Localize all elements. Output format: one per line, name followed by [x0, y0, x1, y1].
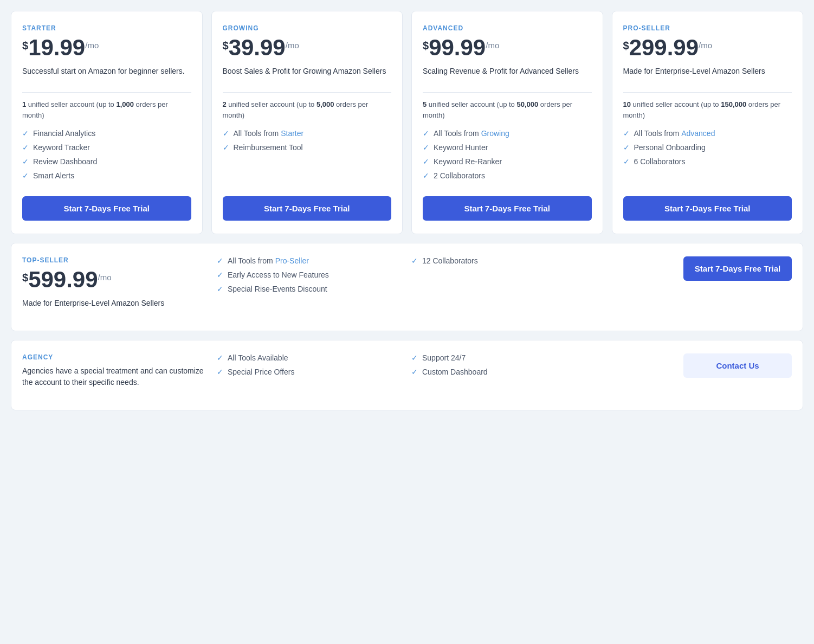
starter-plan-card: STARTER $ 19.99 /mo Successful start on …	[11, 11, 203, 234]
top-seller-trial-button[interactable]: Start 7-Days Free Trial	[683, 256, 792, 281]
starter-divider	[22, 92, 191, 93]
advanced-price: $ 99.99 /mo	[423, 36, 592, 59]
feature-all-tools-pro-seller: ✓ All Tools from Pro-Seller	[217, 256, 403, 265]
feature-text: All Tools from Advanced	[634, 129, 715, 138]
starter-features: ✓ Financial Analytics ✓ Keyword Tracker …	[22, 129, 191, 185]
feature-review-dashboard: ✓ Review Dashboard	[22, 157, 191, 166]
pro-seller-trial-button[interactable]: Start 7-Days Free Trial	[623, 196, 792, 221]
advanced-description: Scaling Revenue & Profit for Advanced Se…	[423, 66, 592, 77]
check-icon: ✓	[22, 143, 29, 152]
agency-features-list1: ✓ All Tools Available ✓ Special Price Of…	[217, 353, 403, 376]
advanced-features: ✓ All Tools from Growing ✓ Keyword Hunte…	[423, 129, 592, 185]
advanced-plan-card: ADVANCED $ 99.99 /mo Scaling Revenue & P…	[411, 11, 603, 234]
feature-text: Keyword Tracker	[33, 143, 90, 152]
growing-description: Boost Sales & Profit for Growing Amazon …	[223, 66, 392, 77]
pro-seller-plan-card: PRO-SELLER $ 299.99 /mo Made for Enterpr…	[612, 11, 804, 234]
top-seller-description: Made for Enterprise-Level Amazon Sellers	[22, 298, 208, 309]
starter-trial-button[interactable]: Start 7-Days Free Trial	[22, 196, 191, 221]
feature-text: Financial Analytics	[33, 129, 95, 138]
pro-seller-label: PRO-SELLER	[623, 24, 792, 32]
top-seller-price: $ 599.99 /mo	[22, 268, 208, 291]
growing-trial-button[interactable]: Start 7-Days Free Trial	[223, 196, 392, 221]
top-seller-features-col1: ✓ All Tools from Pro-Seller ✓ Early Acce…	[217, 256, 403, 304]
check-icon: ✓	[217, 368, 223, 376]
feature-financial-analytics: ✓ Financial Analytics	[22, 129, 191, 138]
check-icon: ✓	[22, 157, 29, 166]
feature-custom-dashboard: ✓ Custom Dashboard	[411, 368, 597, 376]
pro-seller-amount: 299.99	[629, 36, 699, 59]
growing-divider	[223, 92, 392, 93]
check-icon: ✓	[22, 171, 29, 180]
feature-support-247: ✓ Support 24/7	[411, 353, 597, 362]
advanced-dollar: $	[423, 40, 429, 52]
starter-period: /mo	[85, 41, 99, 50]
pro-seller-divider	[623, 92, 792, 93]
pro-seller-period: /mo	[699, 41, 712, 50]
check-icon: ✓	[22, 129, 29, 138]
feature-all-tools-advanced: ✓ All Tools from Advanced	[623, 129, 792, 138]
feature-keyword-re-ranker: ✓ Keyword Re-Ranker	[423, 157, 592, 166]
top-seller-label: TOP-SELLER	[22, 256, 208, 264]
advanced-amount: 99.99	[429, 36, 486, 59]
top-seller-action: Start 7-Days Free Trial	[606, 256, 792, 281]
pro-seller-dollar: $	[623, 40, 629, 52]
growing-period: /mo	[286, 41, 299, 50]
feature-text: 12 Collaborators	[422, 256, 478, 265]
pro-seller-price: $ 299.99 /mo	[623, 36, 792, 59]
feature-text: Smart Alerts	[33, 171, 74, 180]
agency-contact-button[interactable]: Contact Us	[683, 353, 792, 378]
check-icon: ✓	[411, 353, 418, 362]
feature-keyword-tracker: ✓ Keyword Tracker	[22, 143, 191, 152]
top-seller-amount: 599.99	[28, 268, 98, 291]
feature-collaborators-12: ✓ 12 Collaborators	[411, 256, 597, 265]
feature-text: 6 Collaborators	[634, 157, 686, 166]
feature-collaborators-2: ✓ 2 Collaborators	[423, 171, 592, 180]
feature-collaborators-6: ✓ 6 Collaborators	[623, 157, 792, 166]
top-seller-info: TOP-SELLER $ 599.99 /mo Made for Enterpr…	[22, 256, 208, 318]
top-seller-features-list2: ✓ 12 Collaborators	[411, 256, 597, 265]
feature-text: Early Access to New Features	[228, 271, 329, 279]
pro-seller-description: Made for Enterprise-Level Amazon Sellers	[623, 66, 792, 77]
top-seller-dollar: $	[22, 272, 28, 284]
feature-text: Special Price Offers	[228, 368, 294, 376]
growing-label: GROWING	[223, 24, 392, 32]
top-seller-period: /mo	[98, 273, 112, 282]
check-icon: ✓	[217, 353, 223, 362]
pro-seller-accounts: 10 unified seller account (up to 150,000…	[623, 99, 792, 120]
feature-all-tools-available: ✓ All Tools Available	[217, 353, 403, 362]
feature-special-price-offers: ✓ Special Price Offers	[217, 368, 403, 376]
feature-text: Special Rise-Events Discount	[228, 285, 327, 293]
agency-features-list2: ✓ Support 24/7 ✓ Custom Dashboard	[411, 353, 597, 376]
feature-text: Keyword Hunter	[434, 143, 488, 152]
check-icon: ✓	[223, 143, 229, 152]
check-icon: ✓	[423, 171, 429, 180]
check-icon: ✓	[623, 157, 630, 166]
agency-features-col2: ✓ Support 24/7 ✓ Custom Dashboard	[411, 353, 597, 387]
starter-label: STARTER	[22, 24, 191, 32]
advanced-accounts: 5 unified seller account (up to 50,000 o…	[423, 99, 592, 120]
check-icon: ✓	[411, 256, 418, 265]
feature-text: Keyword Re-Ranker	[434, 157, 502, 166]
top-seller-features-col2: ✓ 12 Collaborators	[411, 256, 597, 276]
check-icon: ✓	[217, 256, 223, 265]
check-icon: ✓	[423, 129, 429, 138]
agency-info: AGENCY Agencies have a special treatment…	[22, 353, 208, 397]
top-seller-row: TOP-SELLER $ 599.99 /mo Made for Enterpr…	[11, 243, 803, 331]
pro-seller-features: ✓ All Tools from Advanced ✓ Personal Onb…	[623, 129, 792, 185]
feature-text: Reimbursement Tool	[234, 143, 303, 152]
feature-text: 2 Collaborators	[434, 171, 485, 180]
growing-dollar: $	[223, 40, 229, 52]
growing-plan-card: GROWING $ 39.99 /mo Boost Sales & Profit…	[211, 11, 403, 234]
feature-keyword-hunter: ✓ Keyword Hunter	[423, 143, 592, 152]
advanced-trial-button[interactable]: Start 7-Days Free Trial	[423, 196, 592, 221]
agency-features-col1: ✓ All Tools Available ✓ Special Price Of…	[217, 353, 403, 387]
check-icon: ✓	[411, 368, 418, 376]
top-seller-features-list1: ✓ All Tools from Pro-Seller ✓ Early Acce…	[217, 256, 403, 293]
feature-smart-alerts: ✓ Smart Alerts	[22, 171, 191, 180]
check-icon: ✓	[223, 129, 229, 138]
growing-amount: 39.99	[229, 36, 286, 59]
feature-text: All Tools from Pro-Seller	[228, 256, 309, 265]
feature-text: Support 24/7	[422, 353, 466, 362]
pricing-grid: STARTER $ 19.99 /mo Successful start on …	[11, 11, 803, 234]
starter-dollar: $	[22, 40, 28, 52]
